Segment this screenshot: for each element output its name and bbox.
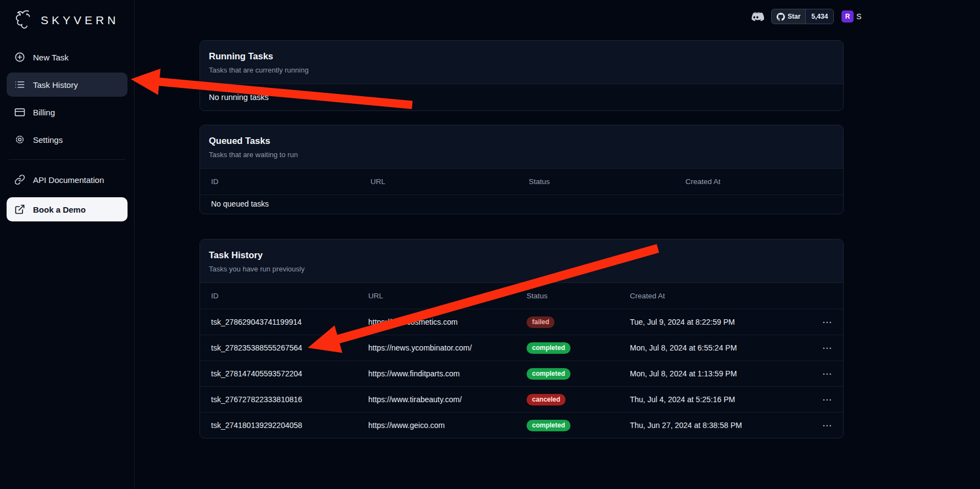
queued-tasks-card: Queued Tasks Tasks that are waiting to r…	[200, 125, 844, 214]
task-url-cell: https://tartecosmetics.com	[368, 318, 527, 326]
history-table-body: tsk_278629043741199914 https://tartecosm…	[200, 309, 843, 438]
running-tasks-card: Running Tasks Tasks that are currently r…	[200, 40, 844, 111]
row-actions-button[interactable]: ⋯	[801, 394, 832, 405]
sidebar-item-api-documentation[interactable]: API Documentation	[7, 168, 128, 192]
queued-tasks-header: Queued Tasks Tasks that are waiting to r…	[200, 125, 843, 169]
history-table-header: ID URL Status Created At	[200, 283, 843, 309]
discord-link[interactable]	[749, 9, 765, 24]
created-at-cell: Thu, Jul 4, 2024 at 5:25:16 PM	[630, 395, 801, 404]
skyvern-dragon-icon	[12, 9, 35, 32]
column-header-id: ID	[211, 292, 368, 300]
sidebar-item-label: Billing	[33, 108, 55, 117]
task-history-subtitle: Tasks you have run previously	[209, 265, 833, 273]
sidebar-item-label: Task History	[33, 80, 78, 90]
queued-tasks-empty-state: No queued tasks	[200, 195, 843, 214]
list-icon	[14, 79, 25, 90]
column-header-id: ID	[211, 177, 370, 186]
task-history-header: Task History Tasks you have run previous…	[200, 240, 843, 283]
github-icon	[777, 13, 785, 21]
task-id-cell: tsk_278147405593572204	[211, 369, 368, 378]
app-logo: SKYVERN	[7, 8, 128, 42]
column-header-status: Status	[529, 177, 685, 186]
created-at-cell: Mon, Jul 8, 2024 at 1:13:59 PM	[630, 369, 801, 378]
task-id-cell: tsk_278235388555267564	[211, 343, 368, 352]
running-tasks-title: Running Tasks	[209, 51, 833, 62]
task-id-cell: tsk_278629043741199914	[211, 318, 368, 326]
queued-tasks-title: Queued Tasks	[209, 136, 833, 146]
github-star-widget[interactable]: Star 5,434	[771, 9, 834, 24]
running-tasks-header: Running Tasks Tasks that are currently r…	[200, 41, 843, 84]
github-star-label: Star	[788, 13, 800, 20]
task-url-cell: https://www.geico.com	[368, 421, 527, 430]
column-header-created-at: Created At	[685, 177, 832, 186]
task-history-title: Task History	[209, 250, 833, 260]
sidebar-item-new-task[interactable]: New Task	[7, 45, 128, 69]
github-star-button[interactable]: Star	[772, 9, 805, 24]
created-at-cell: Tue, Jul 9, 2024 at 8:22:59 PM	[630, 318, 801, 326]
table-row[interactable]: tsk_278147405593572204 https://www.findi…	[200, 360, 843, 386]
column-header-status: Status	[527, 292, 630, 300]
row-actions-button[interactable]: ⋯	[801, 316, 832, 328]
row-actions-button[interactable]: ⋯	[801, 342, 832, 354]
app-title: SKYVERN	[41, 14, 119, 27]
status-badge: completed	[527, 368, 571, 380]
external-link-icon	[14, 204, 25, 215]
created-at-cell: Thu, Jun 27, 2024 at 8:38:58 PM	[630, 421, 801, 430]
book-a-demo-label: Book a Demo	[33, 205, 86, 214]
sidebar-item-label: API Documentation	[33, 175, 104, 185]
running-tasks-empty-state: No running tasks	[200, 84, 843, 110]
topbar: Star 5,434 R S	[135, 0, 980, 33]
status-badge: completed	[527, 420, 571, 431]
task-id-cell: tsk_276727822333810816	[211, 395, 368, 404]
credit-card-icon	[14, 107, 25, 118]
queued-table-header: ID URL Status Created At	[200, 169, 843, 195]
created-at-cell: Mon, Jul 8, 2024 at 6:55:24 PM	[630, 343, 801, 352]
task-url-cell: https://www.tirabeauty.com/	[368, 395, 527, 404]
sidebar-divider	[9, 159, 125, 160]
gear-icon	[14, 134, 25, 145]
task-history-card: Task History Tasks you have run previous…	[200, 239, 844, 438]
running-tasks-subtitle: Tasks that are currently running	[209, 66, 833, 74]
queued-tasks-subtitle: Tasks that are waiting to run	[209, 151, 833, 159]
sidebar: SKYVERN New Task Task History Billing Se…	[0, 0, 135, 489]
column-header-url: URL	[368, 292, 527, 300]
task-url-cell: https://news.ycombinator.com/	[368, 343, 527, 352]
row-actions-button[interactable]: ⋯	[801, 420, 832, 431]
sidebar-item-billing[interactable]: Billing	[7, 100, 128, 124]
row-actions-button[interactable]: ⋯	[801, 368, 832, 380]
column-header-url: URL	[370, 177, 529, 186]
column-header-created-at: Created At	[630, 292, 801, 300]
book-a-demo-button[interactable]: Book a Demo	[7, 197, 128, 221]
status-badge: canceled	[527, 394, 566, 405]
status-badge: completed	[527, 342, 571, 354]
status-badge: failed	[527, 316, 555, 328]
plus-circle-icon	[14, 52, 25, 63]
table-row[interactable]: tsk_276727822333810816 https://www.tirab…	[200, 386, 843, 412]
task-id-cell: tsk_274180139292204058	[211, 421, 368, 430]
cropped-username-text: S	[856, 12, 861, 21]
table-row[interactable]: tsk_278629043741199914 https://tartecosm…	[200, 309, 843, 335]
main-content: Running Tasks Tasks that are currently r…	[200, 0, 844, 438]
task-url-cell: https://www.finditparts.com	[368, 369, 527, 378]
github-star-count[interactable]: 5,434	[805, 9, 833, 24]
sidebar-item-label: Settings	[33, 135, 63, 145]
user-avatar[interactable]: R	[841, 10, 854, 23]
sidebar-item-settings[interactable]: Settings	[7, 127, 128, 152]
link-icon	[14, 174, 25, 185]
discord-icon	[749, 9, 765, 25]
table-row[interactable]: tsk_274180139292204058 https://www.geico…	[200, 412, 843, 438]
sidebar-item-task-history[interactable]: Task History	[7, 73, 128, 97]
sidebar-item-label: New Task	[33, 53, 69, 62]
table-row[interactable]: tsk_278235388555267564 https://news.ycom…	[200, 335, 843, 360]
